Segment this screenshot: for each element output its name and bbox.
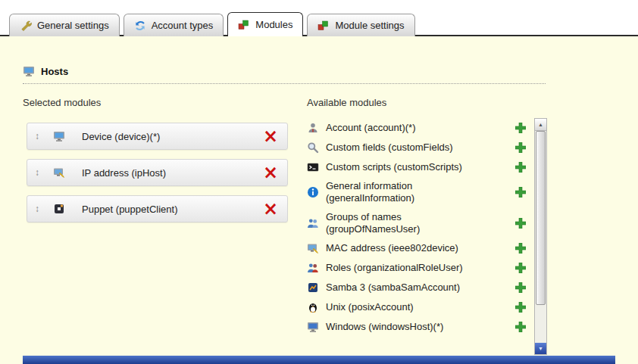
remove-module-button[interactable]: × xyxy=(260,163,281,182)
plus-icon xyxy=(515,243,526,254)
tab-account-types[interactable]: Account types xyxy=(124,14,224,36)
section-title: Hosts xyxy=(41,66,68,77)
available-module-label: General information (generalInformation) xyxy=(326,180,491,205)
custom-scripts-icon xyxy=(307,161,319,173)
scrollbar-up-button[interactable]: ▲ xyxy=(535,119,546,131)
add-module-button[interactable] xyxy=(514,160,527,174)
hosts-section-heading: Hosts xyxy=(23,65,546,84)
remove-module-button[interactable]: × xyxy=(260,127,281,145)
available-module-row: General information (generalInformation) xyxy=(307,177,530,208)
samba-icon xyxy=(307,282,319,294)
available-module-row: Custom scripts (customScripts) xyxy=(307,157,530,177)
tab-label: Account types xyxy=(152,20,214,31)
selected-modules-heading: Selected modules xyxy=(23,97,101,108)
add-module-button[interactable] xyxy=(514,121,527,135)
available-module-label: Unix (posixAccount) xyxy=(326,301,491,313)
plus-icon xyxy=(515,142,526,153)
plus-icon xyxy=(515,263,526,273)
mac-address-icon xyxy=(307,242,319,254)
device-icon xyxy=(53,130,65,142)
tab-modules[interactable]: Modules xyxy=(227,12,303,36)
available-module-label: Roles (organizationalRoleUser) xyxy=(326,262,491,274)
scrollbar-down-button[interactable]: ▼ xyxy=(535,343,546,354)
puppet-icon xyxy=(53,203,65,215)
drag-handle-icon[interactable]: ↕ xyxy=(32,131,42,142)
plus-icon xyxy=(515,218,526,229)
available-module-label: Windows (windowsHost)(*) xyxy=(326,321,491,333)
hosts-icon xyxy=(23,65,35,77)
scrollbar-thumb[interactable] xyxy=(536,131,546,305)
selected-module-label: IP address (ipHost) xyxy=(82,167,254,179)
custom-fields-icon xyxy=(307,142,319,154)
tab-label: Module settings xyxy=(335,20,404,31)
add-module-button[interactable] xyxy=(514,241,527,255)
windows-icon xyxy=(307,321,319,333)
plus-icon xyxy=(515,123,526,133)
footer-bar xyxy=(23,356,615,364)
selected-module-row: ↕ Device (device)(*) × xyxy=(27,123,288,150)
available-modules-heading: Available modules xyxy=(307,97,386,108)
drag-handle-icon[interactable]: ↕ xyxy=(32,167,42,178)
available-module-row: Windows (windowsHost)(*) xyxy=(307,317,530,337)
available-module-row: MAC address (ieee802device) xyxy=(307,238,530,258)
tab-label: Modules xyxy=(255,19,292,30)
plus-icon xyxy=(515,302,526,313)
available-module-row: Unix (posixAccount) xyxy=(307,297,530,317)
selected-module-label: Puppet (puppetClient) xyxy=(82,204,254,215)
add-module-button[interactable] xyxy=(514,216,527,230)
add-module-button[interactable] xyxy=(514,300,527,314)
available-module-label: Groups of names (groupOfNamesUser) xyxy=(326,211,491,236)
selected-modules-list: ↕ Device (device)(*) × ↕ xyxy=(27,123,288,222)
available-module-label: MAC address (ieee802device) xyxy=(326,242,491,254)
account-icon xyxy=(307,122,319,134)
roles-icon xyxy=(307,262,319,274)
wrench-icon xyxy=(20,20,32,32)
tab-bar: General settings Account types Modules xyxy=(9,12,415,36)
remove-module-button[interactable]: × xyxy=(260,200,281,218)
available-module-row: Custom fields (customFields) xyxy=(307,138,530,157)
available-module-row: Groups of names (groupOfNamesUser) xyxy=(307,208,530,239)
add-module-button[interactable] xyxy=(514,320,527,334)
ip-address-icon xyxy=(53,166,65,179)
selected-module-row: ↕ IP address (ipHost) × xyxy=(27,159,288,186)
add-module-button[interactable] xyxy=(514,141,527,154)
plus-icon xyxy=(515,162,526,173)
tab-general-settings[interactable]: General settings xyxy=(9,14,120,36)
plus-icon xyxy=(515,282,526,293)
available-module-label: Account (account)(*) xyxy=(326,122,491,134)
add-module-button[interactable] xyxy=(514,185,527,199)
lam-configuration-page: General settings Account types Modules xyxy=(0,0,638,364)
plus-icon xyxy=(515,187,526,198)
add-module-button[interactable] xyxy=(514,261,527,275)
unix-icon xyxy=(307,301,319,313)
tab-module-settings[interactable]: Module settings xyxy=(307,14,414,36)
available-module-row: Roles (organizationalRoleUser) xyxy=(307,258,530,278)
general-information-icon xyxy=(307,186,319,198)
account-types-icon xyxy=(134,20,146,32)
available-module-label: Custom scripts (customScripts) xyxy=(326,161,491,173)
module-settings-icon xyxy=(317,20,330,32)
selected-module-label: Device (device)(*) xyxy=(82,131,254,142)
available-modules-panel: Account (account)(*) Custom fields (cust… xyxy=(307,118,547,355)
available-module-row: Samba 3 (sambaSamAccount) xyxy=(307,278,530,297)
selected-module-row: ↕ Puppet (puppetClient) × xyxy=(27,195,288,222)
groups-of-names-icon xyxy=(307,217,319,229)
available-module-row: Account (account)(*) xyxy=(307,118,530,138)
plus-icon xyxy=(515,322,526,332)
drag-handle-icon[interactable]: ↕ xyxy=(32,204,42,214)
available-modules-list: Account (account)(*) Custom fields (cust… xyxy=(307,118,530,355)
tab-label: General settings xyxy=(37,20,109,31)
vertical-scrollbar[interactable]: ▲ ▼ xyxy=(534,118,547,355)
available-module-label: Custom fields (customFields) xyxy=(326,142,491,154)
available-module-label: Samba 3 (sambaSamAccount) xyxy=(326,282,491,294)
modules-icon xyxy=(238,19,250,31)
add-module-button[interactable] xyxy=(514,281,527,294)
